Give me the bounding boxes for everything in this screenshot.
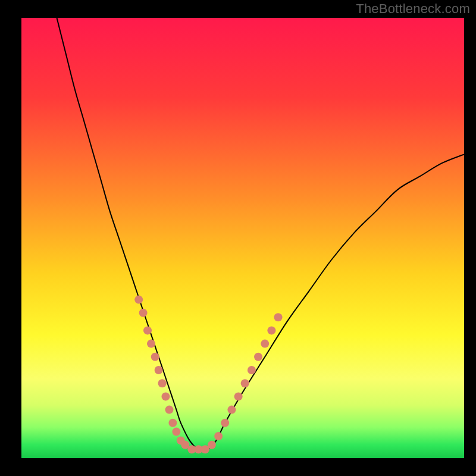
valley-marker xyxy=(168,419,177,427)
valley-marker xyxy=(147,340,155,348)
valley-marker xyxy=(165,406,174,414)
valley-marker xyxy=(139,309,148,317)
valley-marker xyxy=(274,313,283,321)
valley-marker xyxy=(261,340,269,348)
valley-marker xyxy=(172,428,180,436)
valley-marker xyxy=(248,366,256,374)
valley-marker xyxy=(143,326,152,334)
valley-marker xyxy=(155,366,163,374)
valley-marker xyxy=(267,326,275,334)
valley-marker xyxy=(151,353,159,361)
valley-marker xyxy=(158,379,167,387)
marker-group xyxy=(134,296,282,454)
valley-marker xyxy=(162,392,170,400)
valley-marker xyxy=(234,392,243,400)
watermark-label: TheBottleneck.com xyxy=(356,1,470,17)
valley-marker xyxy=(227,406,236,414)
valley-marker xyxy=(208,441,216,449)
valley-marker xyxy=(241,379,249,387)
valley-marker xyxy=(134,296,143,304)
plot-area xyxy=(21,18,464,458)
valley-marker xyxy=(214,432,223,440)
valley-marker xyxy=(221,419,229,427)
chart-root: TheBottleneck.com xyxy=(0,0,476,476)
valley-marker xyxy=(254,353,262,361)
curve-layer xyxy=(21,18,464,458)
bottleneck-curve xyxy=(57,18,465,450)
